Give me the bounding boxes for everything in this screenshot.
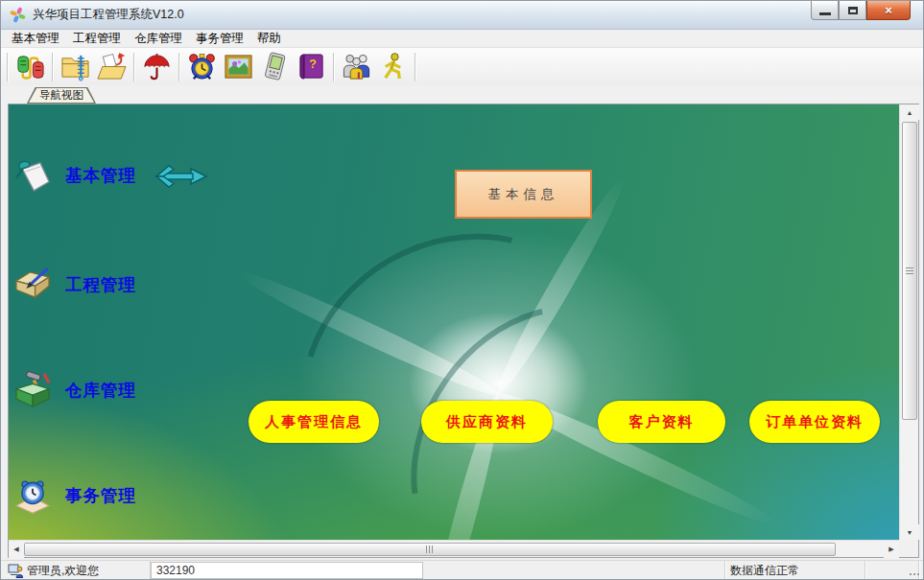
menu-item-basic[interactable]: 基本管理 <box>5 30 66 48</box>
ledger-pen-icon <box>12 265 53 305</box>
scroll-down-icon: ▼ <box>907 529 913 536</box>
toolbar-separator <box>7 53 8 81</box>
users-icon <box>342 52 371 81</box>
order-unit-data-button[interactable]: 订单单位资料 <box>749 401 880 443</box>
content-viewport: 基本管理 工程管理 <box>8 104 919 558</box>
toolbar-button-backup[interactable] <box>57 50 93 84</box>
nav-section-warehouse[interactable]: 仓库管理 <box>12 369 136 411</box>
close-icon: × <box>885 3 892 17</box>
status-empty-panel <box>423 561 725 580</box>
user-at-computer-icon <box>8 563 23 578</box>
status-spacer-panel <box>865 561 919 580</box>
question-mark-icon: ? <box>309 57 317 71</box>
tab-strip: 导航视图 <box>1 85 923 104</box>
vertical-scrollbar[interactable]: ▲ ▼ <box>899 104 918 540</box>
status-welcome-panel: 管理员,欢迎您 <box>3 561 151 580</box>
toolbar-button-restore[interactable] <box>93 50 130 84</box>
app-window: 兴华项目工程管理系统V12.0 × 基本管理 工程管理 仓库管理 事务管理 帮助 <box>0 0 924 580</box>
umbrella-icon <box>142 52 172 81</box>
status-welcome-text: 管理员,欢迎您 <box>27 563 99 579</box>
nav-section-label: 基本管理 <box>65 164 136 187</box>
toolbar-button-users[interactable] <box>338 50 374 84</box>
scroll-left-icon: ◀ <box>13 545 18 553</box>
toolbar-button-exit[interactable] <box>374 50 411 84</box>
alarm-on-paper-icon <box>12 476 53 516</box>
customer-data-button[interactable]: 客户资料 <box>598 401 725 443</box>
menu-item-help[interactable]: 帮助 <box>250 30 288 48</box>
dart-arrow-icon <box>154 160 208 193</box>
nav-section-label: 事务管理 <box>65 484 136 507</box>
menu-item-engineering[interactable]: 工程管理 <box>66 30 128 48</box>
nav-section-engineering[interactable]: 工程管理 <box>12 264 136 306</box>
maximize-button[interactable] <box>839 1 866 20</box>
pda-icon <box>260 52 290 81</box>
restore-folder-icon <box>97 52 127 81</box>
toolbar-separator <box>133 53 134 81</box>
maximize-icon <box>848 7 858 14</box>
title-bar: 兴华项目工程管理系统V12.0 × <box>1 1 923 30</box>
nav-section-label: 仓库管理 <box>65 379 136 402</box>
scroll-up-icon: ▲ <box>907 109 913 116</box>
minimize-button[interactable] <box>811 1 839 20</box>
personnel-info-button[interactable]: 人事管理信息 <box>249 401 379 443</box>
exit-walker-icon <box>378 52 408 81</box>
tab-label: 导航视图 <box>39 88 83 103</box>
status-comm-panel: 数据通信正常 <box>725 561 865 580</box>
nav-section-label: 工程管理 <box>65 273 136 296</box>
close-button[interactable]: × <box>866 1 911 20</box>
pinned-note-icon <box>12 155 53 196</box>
menu-item-warehouse[interactable]: 仓库管理 <box>128 30 189 48</box>
nav-section-basic[interactable]: 基本管理 <box>12 154 136 197</box>
window-controls: × <box>811 1 911 20</box>
nav-section-affairs[interactable]: 事务管理 <box>12 475 136 517</box>
thumb-grip <box>906 267 913 275</box>
toolbar-button-protect[interactable] <box>138 50 175 84</box>
toolbar-separator <box>415 53 415 81</box>
navigation-canvas: 基本管理 工程管理 <box>9 104 899 540</box>
picture-frame-icon <box>224 52 253 81</box>
status-number-field: 332190 <box>151 562 423 579</box>
toolbar-separator <box>178 53 179 81</box>
window-title: 兴华项目工程管理系统V12.0 <box>33 7 184 23</box>
status-number-text: 332190 <box>156 564 195 577</box>
scroll-right-button[interactable]: ▶ <box>884 541 899 558</box>
scroll-up-button[interactable]: ▲ <box>900 104 919 120</box>
database-connect-icon <box>15 52 45 81</box>
status-bar: 管理员,欢迎您 332190 数据通信正常 <box>1 560 923 580</box>
tab-navigation-view[interactable]: 导航视图 <box>27 87 96 104</box>
backup-folder-icon <box>60 52 90 81</box>
toolbox-icon <box>12 370 53 410</box>
toolbar-button-help[interactable]: ? <box>293 50 329 84</box>
menu-item-affairs[interactable]: 事务管理 <box>189 30 250 48</box>
menu-bar: 基本管理 工程管理 仓库管理 事务管理 帮助 <box>1 30 923 48</box>
alarm-clock-icon <box>187 52 217 81</box>
scroll-right-icon: ▶ <box>888 545 893 553</box>
supplier-data-button[interactable]: 供应商资料 <box>421 401 553 443</box>
resize-grip[interactable] <box>917 573 919 575</box>
horizontal-scrollbar[interactable]: ◀ ▶ <box>9 540 899 557</box>
horizontal-scroll-thumb[interactable] <box>24 543 836 556</box>
toolbar-separator <box>333 53 334 81</box>
thumb-grip <box>426 545 435 553</box>
vertical-scroll-thumb[interactable] <box>902 122 917 420</box>
minimize-icon <box>819 12 831 15</box>
toolbar-button-connect[interactable] <box>12 50 48 84</box>
toolbar-separator <box>52 53 53 81</box>
scroll-left-button[interactable]: ◀ <box>9 541 24 558</box>
toolbar-button-picture[interactable] <box>220 50 256 84</box>
basic-info-button[interactable]: 基本信息 <box>455 170 592 219</box>
toolbar-button-schedule[interactable] <box>183 50 220 84</box>
toolbar-button-pda[interactable] <box>256 50 293 84</box>
status-comm-text: 数据通信正常 <box>730 563 799 579</box>
pinwheel-icon <box>10 7 26 23</box>
scroll-down-button[interactable]: ▼ <box>900 524 919 540</box>
toolbar: ? <box>1 48 923 85</box>
